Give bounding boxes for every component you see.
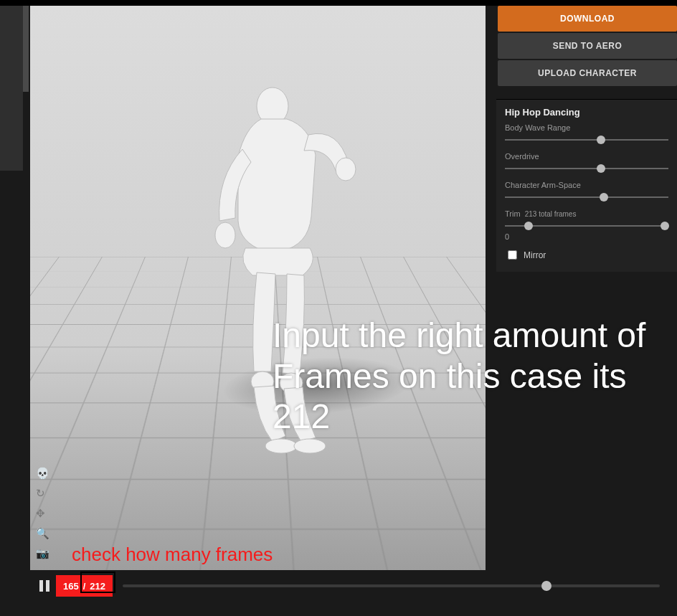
trim-start-thumb[interactable] [524, 222, 533, 230]
param-label: Trim 213 total frames [505, 209, 668, 218]
svg-point-2 [336, 158, 356, 181]
download-button[interactable]: DOWNLOAD [498, 6, 677, 32]
svg-point-4 [265, 439, 297, 453]
trim-slider[interactable] [505, 221, 668, 231]
slider-thumb[interactable] [600, 193, 608, 202]
selected-thumb-indicator [23, 6, 29, 92]
timeline-scrubber[interactable] [123, 584, 660, 587]
param-label: Body Wave Range [505, 123, 668, 132]
frame-separator: / [83, 581, 86, 592]
timeline-thumb[interactable] [541, 581, 551, 591]
left-strip [0, 6, 23, 171]
param-label: Character Arm-Space [505, 181, 668, 189]
upload-character-button[interactable]: UPLOAD CHARACTER [498, 60, 677, 86]
skull-icon[interactable]: 💀 [36, 467, 49, 480]
slider-thumb[interactable] [597, 164, 605, 173]
viewport-tool-icons: 💀 ↻ ✥ 🔍 📷 [36, 467, 49, 560]
reset-icon[interactable]: ↻ [36, 487, 49, 500]
trim-total-frames: 213 total frames [525, 210, 577, 218]
overdrive-slider[interactable] [505, 164, 668, 174]
send-to-aero-button[interactable]: SEND TO AERO [498, 33, 677, 59]
param-overdrive: Overdrive [505, 152, 668, 174]
viewport-3d[interactable]: 💀 ↻ ✥ 🔍 📷 [30, 6, 486, 570]
mirror-checkbox[interactable] [508, 250, 517, 260]
frame-counter: 165 / 212 [56, 575, 113, 597]
arm-space-slider[interactable] [505, 192, 668, 202]
mirror-label: Mirror [524, 250, 546, 260]
camera-icon[interactable]: 📷 [36, 547, 49, 560]
svg-point-6 [294, 439, 326, 453]
body-wave-range-slider[interactable] [505, 135, 668, 145]
pause-button[interactable] [36, 577, 53, 594]
animation-params-panel: Hip Hop Dancing Body Wave Range Overdriv… [496, 99, 677, 272]
current-frame: 165 [63, 581, 79, 592]
zoom-icon[interactable]: 🔍 [36, 527, 49, 540]
trim-start-value: 0 [505, 232, 668, 241]
total-frames: 212 [90, 581, 105, 592]
param-arm-space: Character Arm-Space [505, 181, 668, 202]
play-bar: 165 / 212 [30, 570, 670, 602]
app-root: 💀 ↻ ✥ 🔍 📷 Input the right amount of Fram… [0, 0, 677, 616]
param-trim: Trim 213 total frames 0 [505, 209, 668, 241]
param-label: Overdrive [505, 152, 668, 161]
right-panel: DOWNLOAD SEND TO AERO UPLOAD CHARACTER H… [496, 6, 677, 272]
param-body-wave-range: Body Wave Range [505, 123, 668, 145]
animation-title: Hip Hop Dancing [505, 107, 668, 118]
top-bar [0, 0, 677, 6]
svg-point-1 [215, 222, 235, 248]
trim-end-thumb[interactable] [661, 222, 669, 230]
move-icon[interactable]: ✥ [36, 507, 49, 520]
mirror-checkbox-row[interactable]: Mirror [505, 248, 668, 262]
character-figure [195, 85, 382, 458]
slider-thumb[interactable] [597, 136, 605, 144]
